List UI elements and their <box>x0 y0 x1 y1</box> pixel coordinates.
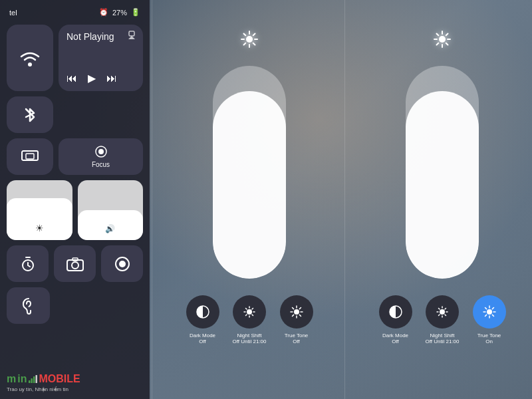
svg-line-63 <box>445 309 446 310</box>
night-shift-button-right[interactable] <box>426 295 459 329</box>
media-controls: ⏮ ▶ ⏭ <box>66 72 135 84</box>
camera-icon <box>66 257 84 271</box>
brightness-slider[interactable]: ☀ <box>7 180 72 240</box>
svg-line-64 <box>439 315 440 316</box>
dark-mode-button-right[interactable] <box>379 295 412 329</box>
mirror-focus-row: Focus <box>7 138 143 175</box>
volume-icon: 🔊 <box>105 224 115 233</box>
dark-mode-label-right: Dark ModeOff <box>382 332 408 344</box>
dark-mode-label-left: Dark ModeOff <box>190 332 215 344</box>
top-row: Not Playing ⏮ ▶ ⏭ <box>7 25 143 91</box>
svg-line-53 <box>446 34 448 36</box>
true-tone-button-right[interactable] <box>473 295 506 329</box>
alarm-icon: ⏰ <box>99 8 108 17</box>
logo-slogan: Trao uy tín, Nhận niềm tin <box>7 386 80 392</box>
screen-record-button[interactable] <box>101 245 143 282</box>
svg-point-10 <box>72 262 78 269</box>
focus-button[interactable]: Focus <box>59 138 143 175</box>
night-shift-group-left: Night ShiftOff Until 21:00 <box>233 295 267 344</box>
true-tone-label-left: True ToneOff <box>285 332 309 344</box>
media-title: Not Playing <box>66 31 135 42</box>
brightness-slider-fill-right <box>406 91 479 279</box>
svg-rect-4 <box>26 154 34 159</box>
true-tone-button-left[interactable] <box>280 295 313 329</box>
bluetooth-button[interactable] <box>7 96 53 133</box>
night-shift-label-right: Night ShiftOff Until 21:00 <box>426 332 460 344</box>
night-shift-button-left[interactable] <box>233 295 266 329</box>
svg-point-28 <box>247 309 252 315</box>
svg-line-25 <box>253 34 255 36</box>
night-shift-icon-right <box>435 305 450 319</box>
logo-m: m <box>7 373 16 385</box>
tools-row <box>7 245 143 282</box>
big-brightness-slider[interactable] <box>213 66 286 279</box>
svg-line-42 <box>292 308 293 309</box>
play-button[interactable]: ▶ <box>88 72 96 84</box>
svg-point-56 <box>440 309 445 315</box>
carrier-text: tel <box>9 9 17 17</box>
svg-rect-14 <box>29 380 31 383</box>
svg-line-26 <box>244 43 246 45</box>
night-shift-label-left: Night ShiftOff Until 21:00 <box>233 332 267 344</box>
bluetooth-icon <box>23 106 37 124</box>
wireless-button[interactable] <box>7 25 53 91</box>
volume-slider[interactable]: 🔊 <box>78 180 144 240</box>
svg-line-70 <box>485 308 486 309</box>
focus-label: Focus <box>92 161 110 168</box>
timer-button[interactable] <box>7 245 49 282</box>
svg-point-13 <box>119 261 126 267</box>
wifi-icon <box>18 46 42 70</box>
next-button[interactable]: ⏭ <box>106 72 117 84</box>
svg-point-0 <box>28 63 32 66</box>
dark-mode-group-left: Dark ModeOff <box>186 295 219 344</box>
true-tone-icon-left <box>289 305 304 319</box>
logo-in: in <box>17 373 27 385</box>
svg-point-65 <box>487 309 492 315</box>
svg-point-5 <box>98 149 104 154</box>
svg-point-37 <box>294 309 299 315</box>
svg-rect-16 <box>33 376 35 383</box>
svg-line-24 <box>253 43 255 45</box>
media-player[interactable]: Not Playing ⏮ ▶ ⏭ <box>59 25 143 91</box>
svg-line-72 <box>492 308 493 309</box>
prev-button[interactable]: ⏮ <box>66 72 77 84</box>
svg-line-54 <box>437 43 439 45</box>
svg-line-34 <box>252 315 253 316</box>
logo: m in MOBILE Trao uy tín, Nhận niềm tin <box>7 373 80 392</box>
svg-line-44 <box>299 308 301 309</box>
hearing-row <box>7 287 143 324</box>
big-brightness-slider-right[interactable] <box>406 66 479 279</box>
control-center-panel: tel ⏰ 27% 🔋 Not Playing ⏮ ▶ ⏭ <box>0 0 150 399</box>
dark-mode-icon-right <box>388 305 403 319</box>
svg-line-35 <box>252 309 253 310</box>
svg-rect-15 <box>31 378 33 383</box>
battery-icon: 🔋 <box>131 8 140 17</box>
screen-mirror-button[interactable] <box>7 138 53 175</box>
svg-line-33 <box>246 309 247 310</box>
dark-mode-button-left[interactable] <box>186 295 219 329</box>
brightness-panel-right: Dark ModeOff Night ShiftOff Until 21:00 <box>352 0 532 399</box>
dark-mode-icon-left <box>196 305 210 319</box>
brightness-slider-fill <box>213 91 286 279</box>
logo-mobile-text: MOBILE <box>39 373 80 385</box>
svg-line-43 <box>299 315 301 316</box>
brightness-icon: ☀ <box>35 223 44 233</box>
panel-sun-icon-right <box>433 30 452 53</box>
hearing-button[interactable] <box>7 287 50 324</box>
screen-mirror-icon <box>21 150 39 164</box>
night-shift-icon-left <box>242 305 257 319</box>
airplay-icon <box>127 30 136 41</box>
true-tone-group-left: True ToneOff <box>280 295 313 344</box>
svg-line-36 <box>246 315 247 316</box>
svg-rect-2 <box>129 31 134 36</box>
camera-button[interactable] <box>54 245 96 282</box>
svg-line-61 <box>439 309 440 310</box>
true-tone-group-right: True ToneOn <box>473 295 506 344</box>
brightness-panel-buttons-right: Dark ModeOff Night ShiftOff Until 21:00 <box>379 295 506 344</box>
sun-icon-middle <box>240 30 259 49</box>
focus-icon <box>94 145 108 158</box>
divider-right <box>344 0 345 399</box>
divider-left <box>152 0 152 399</box>
bluetooth-row <box>7 96 143 133</box>
svg-line-51 <box>437 34 439 36</box>
